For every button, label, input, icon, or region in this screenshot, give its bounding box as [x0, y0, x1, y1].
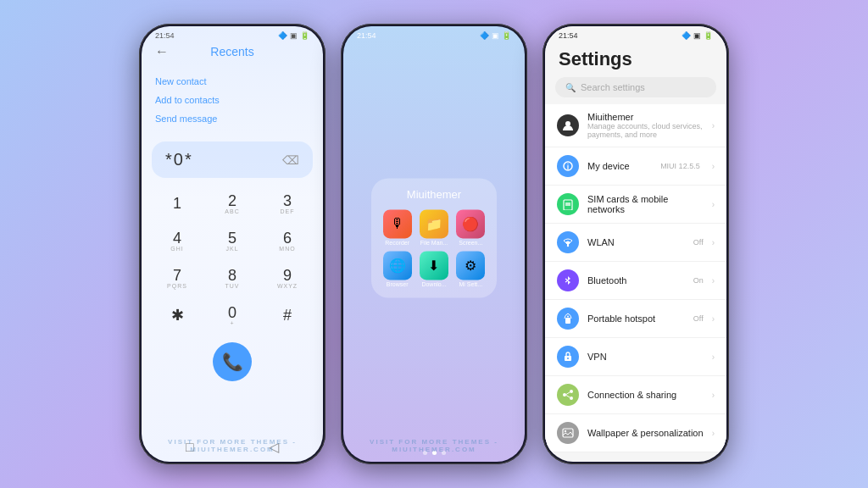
- hotspot-label: Portable hotspot: [587, 313, 685, 324]
- status-icons-1: 🔷 ▣ 🔋: [278, 31, 309, 40]
- time-3: 21:54: [559, 31, 578, 40]
- wlan-icon: [557, 231, 579, 253]
- settings-item-bluetooth[interactable]: Bluetooth On ›: [545, 262, 726, 300]
- back-button[interactable]: ←: [155, 44, 169, 59]
- recorder-label: Recorder: [385, 240, 409, 246]
- keypad-row-1: 1 2ABC 3DEF: [155, 186, 309, 220]
- settings-item-sim[interactable]: SIM cards & mobile networks ›: [545, 186, 726, 224]
- key-2[interactable]: 2ABC: [210, 186, 254, 220]
- dialer-bottom: 📞: [142, 339, 323, 388]
- bluetooth-value: On: [693, 276, 704, 285]
- app-download[interactable]: ⬇ Downlo...: [418, 251, 449, 287]
- files-label: File Man...: [420, 240, 448, 246]
- search-placeholder: Search settings: [581, 82, 645, 92]
- app-folder[interactable]: Miuithemer 🎙 Recorder 📁 File Man... 🔴 Sc…: [371, 178, 497, 297]
- keypad-row-4: ✱ 0+ #: [155, 298, 309, 332]
- settings-item-wlan[interactable]: WLAN Off ›: [545, 224, 726, 262]
- settings-item-mydevice[interactable]: i My device MIUI 12.5.5 ›: [545, 147, 726, 186]
- key-5[interactable]: 5JKL: [210, 224, 254, 258]
- keypad-row-3: 7PQRS 8TUV 9WXYZ: [155, 261, 309, 295]
- send-message-option[interactable]: Send message: [155, 109, 309, 128]
- settings-item-connection[interactable]: Connection & sharing ›: [545, 376, 726, 414]
- hotspot-icon: [557, 308, 579, 330]
- miuithemer-label: Miuithemer: [587, 112, 704, 122]
- status-bar-2: 21:54 🔷 ▣ 🔋: [343, 26, 525, 42]
- misettings-label: Mi Sett...: [459, 281, 483, 287]
- svg-rect-4: [565, 202, 570, 206]
- settings-item-vpn[interactable]: VPN ›: [545, 338, 726, 376]
- time-2: 21:54: [357, 31, 376, 40]
- app-browser[interactable]: 🌐 Browser: [381, 251, 413, 287]
- hotspot-value: Off: [693, 314, 704, 323]
- svg-point-16: [565, 430, 566, 432]
- key-0[interactable]: 0+: [210, 298, 254, 332]
- miuithemer-text: Miuithemer Manage accounts, cloud servic…: [587, 112, 704, 139]
- settings-item-hotspot[interactable]: Portable hotspot Off ›: [545, 300, 726, 338]
- time-1: 21:54: [155, 31, 175, 40]
- phone-home: 21:54 🔷 ▣ 🔋 Miuithemer 🎙 Recorder 📁 File…: [341, 24, 527, 464]
- bluetooth-label: Bluetooth: [587, 275, 685, 286]
- key-1[interactable]: 1: [155, 186, 199, 220]
- mydevice-text: My device: [587, 161, 652, 171]
- key-9[interactable]: 9WXYZ: [265, 261, 309, 295]
- settings-content: Settings 🔍 Search settings Miuithemer Ma…: [545, 42, 726, 453]
- svg-point-10: [563, 393, 566, 396]
- key-4[interactable]: 4GHI: [155, 224, 199, 258]
- recents-header: ← Recents: [142, 42, 323, 65]
- dialer-display: *0* ⌫: [152, 141, 313, 178]
- watermark-1: VISIT FOR MORE THEMES - MIUITHEMER.COM: [142, 438, 323, 453]
- settings-title: Settings: [545, 42, 726, 77]
- key-hash[interactable]: #: [265, 298, 309, 332]
- mydevice-arrow: ›: [712, 162, 715, 171]
- phone-settings: 21:54 🔷 ▣ 🔋 Settings 🔍 Search settings: [542, 24, 729, 464]
- app-misettings[interactable]: ⚙ Mi Sett...: [455, 251, 487, 287]
- wlan-label: WLAN: [587, 237, 685, 247]
- miuithemer-icon: [557, 114, 579, 136]
- connection-text: Connection & sharing: [587, 390, 704, 400]
- recents-title: Recents: [210, 45, 253, 58]
- misettings-icon: ⚙: [456, 251, 485, 280]
- status-bar-3: 21:54 🔷 ▣ 🔋: [545, 26, 726, 42]
- hotspot-text: Portable hotspot: [587, 313, 685, 324]
- key-7[interactable]: 7PQRS: [155, 261, 199, 295]
- new-contact-option[interactable]: New contact: [155, 72, 309, 91]
- screen-label: Screen...: [459, 240, 482, 246]
- dialer-number: *0*: [165, 150, 193, 169]
- miuithemer-sublabel: Manage accounts, cloud services, payment…: [587, 122, 704, 139]
- files-icon: 📁: [420, 209, 448, 238]
- settings-item-wallpaper[interactable]: Wallpaper & personalization ›: [545, 414, 726, 452]
- call-button[interactable]: 📞: [213, 342, 252, 381]
- vpn-icon: [557, 346, 579, 368]
- key-3[interactable]: 3DEF: [265, 186, 309, 220]
- vpn-arrow: ›: [712, 352, 715, 362]
- add-contact-option[interactable]: Add to contacts: [155, 91, 309, 109]
- status-bar-1: 21:54 🔷 ▣ 🔋: [142, 26, 323, 42]
- settings-item-miuithemer[interactable]: Miuithemer Manage accounts, cloud servic…: [545, 104, 726, 147]
- svg-line-13: [566, 392, 570, 395]
- connection-icon: [557, 384, 579, 406]
- backspace-icon[interactable]: ⌫: [282, 153, 299, 167]
- contact-options: New contact Add to contacts Send message: [142, 65, 323, 135]
- svg-point-12: [570, 396, 573, 400]
- key-6[interactable]: 6MNO: [265, 224, 309, 258]
- settings-list: Miuithemer Manage accounts, cloud servic…: [545, 104, 726, 452]
- connection-label: Connection & sharing: [587, 390, 704, 400]
- app-recorder[interactable]: 🎙 Recorder: [381, 209, 413, 246]
- phone-dialer: 21:54 🔷 ▣ 🔋 ← Recents New contact Add to…: [139, 24, 326, 464]
- mydevice-label: My device: [587, 161, 652, 171]
- app-screenrecorder[interactable]: 🔴 Screen...: [455, 209, 487, 246]
- key-star[interactable]: ✱: [155, 298, 199, 332]
- mydevice-icon: i: [557, 155, 579, 177]
- wallpaper-icon: [557, 422, 579, 444]
- mydevice-badge: MIUI 12.5.5: [660, 162, 700, 170]
- svg-point-9: [567, 358, 569, 359]
- app-filemanager[interactable]: 📁 File Man...: [418, 209, 449, 246]
- sim-icon: [557, 193, 579, 215]
- key-8[interactable]: 8TUV: [210, 261, 254, 295]
- svg-text:i: i: [567, 163, 570, 171]
- folder-title: Miuithemer: [381, 188, 487, 201]
- svg-point-5: [567, 245, 569, 247]
- keypad-row-2: 4GHI 5JKL 6MNO: [155, 224, 309, 258]
- settings-search[interactable]: 🔍 Search settings: [555, 77, 716, 97]
- download-label: Downlo...: [421, 281, 446, 287]
